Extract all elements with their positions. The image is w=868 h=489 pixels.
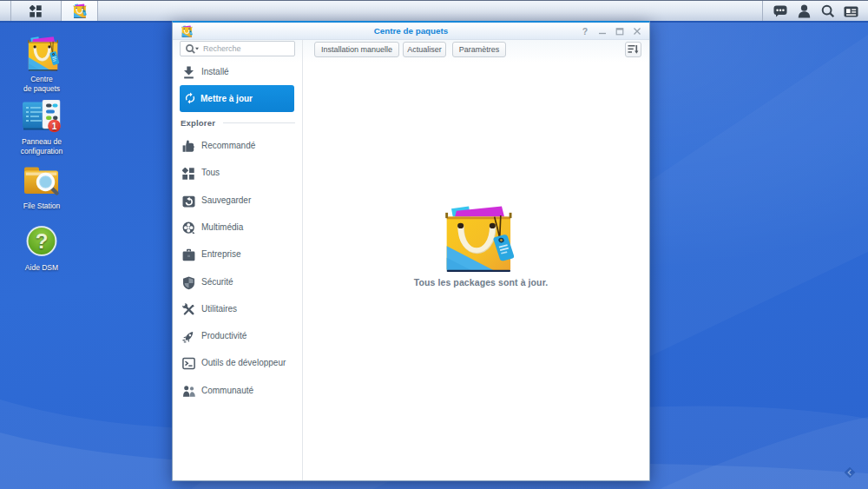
svg-text:?: ?	[582, 26, 588, 36]
